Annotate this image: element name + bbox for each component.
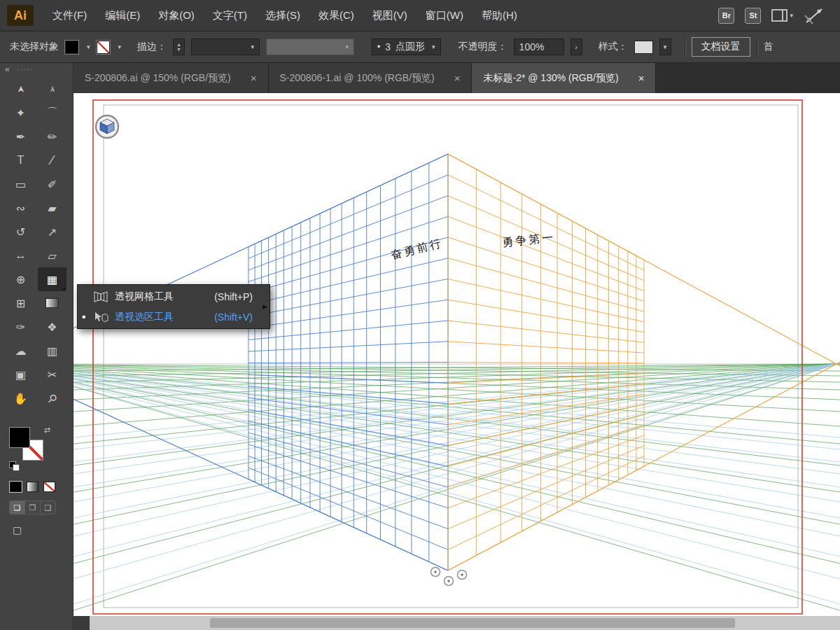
eraser-tool[interactable]: ▰ bbox=[38, 196, 66, 220]
eyedropper-tool[interactable]: ✑ bbox=[6, 315, 35, 339]
stroke-weight-combo[interactable]: ▾ bbox=[191, 38, 260, 55]
perspective-grid-canvas: 奋勇前行 勇争第一 bbox=[74, 93, 840, 616]
illustrator-window: { "app": { "logo_text": "Ai" }, "menubar… bbox=[0, 0, 840, 630]
width-tool-icon: ↔ bbox=[15, 249, 27, 262]
tab-label: 未标题-2* @ 130% (RGB/预览) bbox=[483, 72, 618, 85]
flyout-tear-arrow-icon[interactable]: ▶ bbox=[262, 303, 267, 310]
menu-object[interactable]: 对象(O) bbox=[149, 0, 204, 31]
brush-definition-combo[interactable]: • 3 点圆形 ▾ bbox=[372, 38, 441, 55]
fill-caret-icon[interactable]: ▾ bbox=[87, 43, 90, 50]
flyout-item-shortcut: (Shift+P) bbox=[214, 291, 253, 302]
brush-name: 点圆形 bbox=[396, 41, 425, 53]
type-tool[interactable]: T bbox=[6, 148, 35, 172]
preferences-button-partial[interactable]: 首 bbox=[764, 41, 774, 53]
selection-tool[interactable]: ➤ bbox=[6, 77, 35, 101]
menu-file[interactable]: 文件(F) bbox=[43, 0, 96, 31]
shaper-tool[interactable]: ∾ bbox=[6, 196, 35, 220]
app-logo[interactable]: Ai bbox=[7, 5, 34, 26]
magic-wand-tool[interactable]: ✦ bbox=[6, 101, 35, 125]
rectangle-tool[interactable]: ▭ bbox=[6, 172, 35, 196]
stroke-caret-icon[interactable]: ▾ bbox=[118, 43, 122, 50]
menu-type[interactable]: 文字(T) bbox=[204, 0, 256, 31]
document-tab-3-active[interactable]: 未标题-2* @ 130% (RGB/预览) × bbox=[472, 63, 656, 93]
close-tab-icon[interactable]: × bbox=[251, 72, 257, 84]
menu-effect[interactable]: 效果(C) bbox=[309, 0, 363, 31]
lasso-tool[interactable]: ⌒ bbox=[38, 101, 66, 125]
hand-tool[interactable]: ✋ bbox=[6, 386, 35, 410]
color-button[interactable] bbox=[10, 482, 22, 492]
rotate-tool[interactable]: ↺ bbox=[6, 220, 35, 244]
pencil-tool[interactable]: ✏ bbox=[38, 125, 66, 148]
scrollbar-thumb[interactable] bbox=[210, 618, 735, 628]
fill-stroke-widget: ⇄ bbox=[9, 427, 51, 466]
default-fill-stroke-icon2[interactable] bbox=[13, 464, 20, 471]
fill-swatch[interactable] bbox=[9, 427, 30, 448]
mesh-tool[interactable]: ⊞ bbox=[6, 291, 35, 315]
menu-select[interactable]: 选择(S) bbox=[256, 0, 309, 31]
menu-edit[interactable]: 编辑(E) bbox=[96, 0, 149, 31]
menu-bar: Ai 文件(F) 编辑(E) 对象(O) 文字(T) 选择(S) 效果(C) 视… bbox=[0, 0, 840, 31]
draw-inside-button[interactable]: ❑ bbox=[41, 501, 55, 514]
menu-help[interactable]: 帮助(H) bbox=[472, 0, 526, 31]
left-wall-text[interactable]: 奋勇前行 bbox=[389, 236, 444, 262]
screen-mode-button[interactable]: ▢ bbox=[13, 524, 73, 536]
graphic-style-swatch[interactable] bbox=[634, 41, 653, 54]
document-tab-2[interactable]: S-200806-1.ai @ 100% (RGB/预览) × bbox=[269, 63, 472, 93]
menu-window[interactable]: 窗口(W) bbox=[416, 0, 472, 31]
stroke-color-swatch[interactable] bbox=[97, 41, 110, 54]
red-artwork-rectangle[interactable] bbox=[93, 100, 802, 614]
free-transform-tool[interactable]: ▱ bbox=[38, 244, 66, 267]
flyout-item-perspective-grid[interactable]: 透视网格工具 (Shift+P) bbox=[78, 286, 270, 307]
canvas-area[interactable]: 奋勇前行 勇争第一 bbox=[74, 93, 840, 616]
document-tab-1[interactable]: S-200806.ai @ 150% (RGB/预览) × bbox=[74, 63, 269, 93]
document-setup-button[interactable]: 文档设置 bbox=[692, 37, 750, 57]
chevron-down-icon[interactable]: ▾ bbox=[251, 43, 255, 50]
style-caret-icon[interactable]: ▾ bbox=[659, 38, 671, 55]
width-tool[interactable]: ↔ bbox=[6, 244, 35, 267]
right-wall-text[interactable]: 勇争第一 bbox=[501, 230, 556, 249]
close-tab-icon[interactable]: × bbox=[638, 72, 645, 84]
zoom-tool[interactable]: ⚲ bbox=[38, 386, 66, 410]
blend-tool[interactable]: ❖ bbox=[38, 315, 66, 339]
workspace-switcher[interactable]: ▾ bbox=[771, 9, 793, 22]
bridge-icon[interactable]: Br bbox=[718, 8, 734, 24]
opacity-input[interactable]: 100% bbox=[514, 38, 564, 55]
stepper-down-icon[interactable]: ▼ bbox=[176, 47, 181, 52]
panel-grip-icon[interactable]: ····· bbox=[17, 67, 33, 71]
stepper-up-icon[interactable]: ▲ bbox=[176, 42, 181, 47]
menu-view[interactable]: 视图(V) bbox=[363, 0, 416, 31]
gpu-performance-icon[interactable] bbox=[804, 6, 825, 25]
variable-width-profile-combo: ▾ bbox=[266, 38, 354, 55]
scale-tool[interactable]: ↗ bbox=[38, 220, 66, 244]
shape-builder-tool[interactable]: ⊕ bbox=[6, 267, 35, 291]
slice-tool[interactable]: ✂ bbox=[38, 363, 66, 386]
scrollbar-track[interactable] bbox=[90, 616, 840, 630]
symbol-sprayer-tool[interactable]: ☁ bbox=[6, 339, 35, 363]
horizontal-scrollbar[interactable] bbox=[74, 616, 840, 630]
draw-normal-button[interactable]: ❏ bbox=[10, 501, 25, 514]
draw-behind-button[interactable]: ❐ bbox=[25, 501, 41, 514]
stroke-weight-stepper[interactable]: ▲ ▼ bbox=[173, 38, 185, 55]
column-graph-tool-icon: ▥ bbox=[47, 344, 57, 358]
workspace-layout-icon bbox=[771, 9, 788, 22]
plane-switching-widget[interactable] bbox=[96, 115, 118, 138]
chevron-down-icon[interactable]: ▾ bbox=[432, 43, 435, 50]
brush-preview-dot: • bbox=[377, 42, 380, 52]
perspective-grid-tool[interactable]: ▦ bbox=[38, 267, 66, 291]
close-tab-icon[interactable]: × bbox=[454, 72, 461, 84]
gradient-button[interactable] bbox=[27, 482, 38, 492]
pen-tool[interactable]: ✒ bbox=[6, 125, 35, 148]
column-graph-tool[interactable]: ▥ bbox=[38, 339, 66, 363]
opacity-panel-arrow-icon[interactable]: › bbox=[570, 38, 582, 55]
gradient-tool[interactable] bbox=[38, 291, 66, 315]
flyout-item-perspective-selection[interactable]: ■ 透视选区工具 (Shift+V) bbox=[78, 307, 270, 327]
swap-fill-stroke-icon[interactable]: ⇄ bbox=[44, 426, 50, 435]
collapse-panel-icon[interactable]: « bbox=[5, 64, 10, 74]
paintbrush-tool[interactable]: ✐ bbox=[38, 172, 66, 196]
line-segment-tool[interactable]: ∕ bbox=[38, 148, 66, 172]
stock-icon[interactable]: St bbox=[745, 8, 761, 24]
fill-color-swatch[interactable] bbox=[65, 41, 78, 54]
artboard-tool[interactable]: ▣ bbox=[6, 363, 35, 386]
none-button[interactable] bbox=[43, 482, 55, 492]
direct-selection-tool[interactable]: ➢ bbox=[38, 77, 66, 101]
